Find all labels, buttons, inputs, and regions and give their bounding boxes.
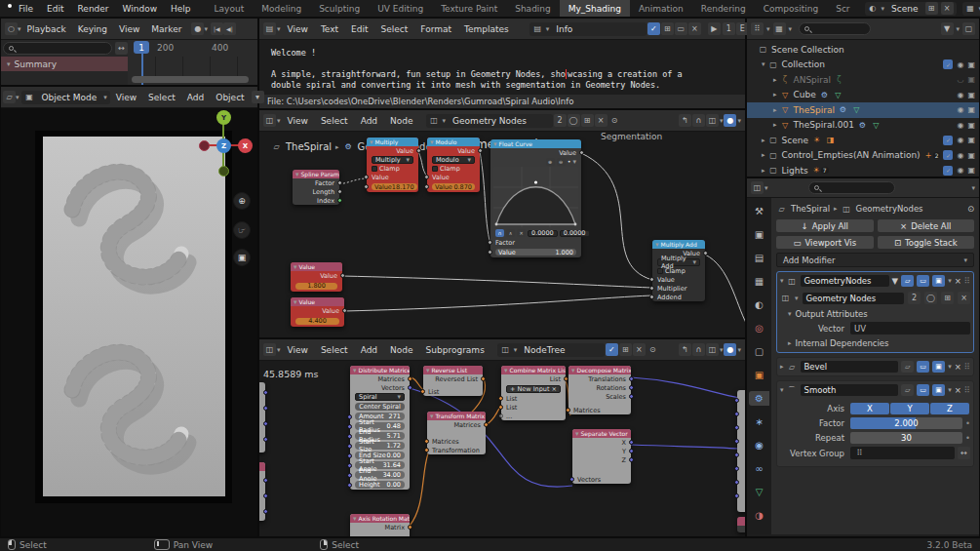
socket[interactable] [408,525,412,530]
node-partial-right-2[interactable] [737,517,745,532]
socket[interactable] [734,480,739,485]
operation-dropdown[interactable]: Multiply▾ [372,156,413,164]
add-modifier-dropdown[interactable]: Add Modifier▾ [776,253,974,267]
triangle-right-icon[interactable]: ▸ [762,137,765,144]
menu-select[interactable]: Select [375,22,414,36]
view-layer-selector[interactable]: ▦ ▾ View Layer ⊞ × [962,2,980,16]
curve-tool-icon[interactable]: ∩ [495,229,504,237]
render-visibility-icon[interactable]: ▣ [967,105,975,114]
socket[interactable] [420,389,425,394]
edit-mode-toggle[interactable]: ▱ [901,361,914,373]
node-tree-selector[interactable]: ◫ ▾ NodeTree [497,343,605,357]
render-visibility-icon[interactable]: ▣ [967,60,975,69]
node-decompose-matrix[interactable]: ▾Decompose Matrix Translations Rotations… [568,366,631,414]
axis-y-toggle[interactable]: Y [890,403,929,414]
outliner-row-scene-collection[interactable]: ▢ Scene Collection [747,42,979,58]
new-collection-icon[interactable]: ▢ [962,22,975,35]
axis-x-toggle[interactable]: X [850,403,889,414]
menu-view[interactable]: View [282,22,314,36]
zoom-tool-button[interactable]: ⊕ [233,192,251,210]
socket[interactable] [579,150,584,155]
drag-handle-icon[interactable]: ⠿ [964,276,970,286]
socket[interactable] [734,439,739,444]
render-toggle[interactable]: ▣ [932,361,945,373]
render-visibility-icon[interactable]: ▣ [967,121,975,130]
socket[interactable] [629,376,634,381]
triangle-right-icon[interactable]: ▸ [773,91,777,98]
mode-selector[interactable]: ▣ Object Mode ▾ [21,91,110,104]
collapse-icon[interactable]: ▾ [575,430,579,438]
clamp-checkbox[interactable] [657,268,663,274]
node-value-1[interactable]: ▾Value Value 1.800 [291,262,342,292]
tab-physics[interactable]: ◉ [749,438,769,453]
socket[interactable] [364,175,369,179]
new-tree-icon[interactable]: ⊞ [581,114,594,127]
collapse-icon[interactable]: ▸ [780,363,784,371]
tab-scene[interactable]: ◐ [749,297,769,312]
socket[interactable] [498,396,503,401]
delete-point-icon[interactable]: ✕ [517,229,526,237]
delete-modifier-icon[interactable]: × [955,276,961,286]
workspace-modeling[interactable]: Modeling [253,0,310,17]
node-separate-vector[interactable]: ▾Separate Vector X Y Z Vectors [572,429,631,484]
exclude-checkbox[interactable]: ✓ [943,136,953,145]
gizmo-axis-y[interactable]: Y [216,110,231,125]
socket[interactable] [734,453,739,457]
outliner-row-thespiral[interactable]: ▸ ▽ TheSpiral ⚙ ▽ ◉▣ [747,102,979,118]
modifier-name-field[interactable]: GeometryNodes [801,275,889,287]
menu-view[interactable]: View [282,114,314,128]
go-to-parent-tree-button[interactable]: ↰ [679,114,691,127]
tab-view-layer[interactable]: ▦ [749,274,769,289]
node-partial-left-2[interactable] [259,462,265,521]
node-modulo[interactable]: ▾Modulo Value Modulo▾ Clamp Value Value0… [427,138,480,192]
node-multiply[interactable]: ▾Multiply Value Multiply▾ Clamp Value Va… [367,138,418,192]
menu-playback[interactable]: Playback [21,22,72,36]
current-frame-indicator[interactable]: 1 [134,41,149,54]
socket[interactable] [629,394,634,399]
snapping-magnet-icon[interactable]: ∩ [692,343,705,356]
curve-widget[interactable] [493,167,578,227]
center-spiral-button[interactable]: Center Spiral [355,403,405,411]
new-tree-icon[interactable]: ⊞ [619,343,632,356]
hide-eye-icon[interactable]: ◉ [957,136,963,144]
socket[interactable] [649,277,654,282]
clamp-checkbox[interactable] [432,166,438,172]
delete-modifier-icon[interactable]: × [955,362,961,372]
socket[interactable] [347,463,352,468]
tab-world[interactable]: ◎ [749,321,769,335]
realtime-toggle[interactable]: ▭ [917,361,929,373]
extras-dropdown[interactable]: ▾ [948,277,952,285]
socket[interactable] [347,434,352,439]
socket[interactable] [263,493,268,498]
height-field[interactable]: Height0.00 [355,481,405,489]
menu-keying[interactable]: Keying [72,22,113,36]
unlink-icon[interactable]: × [595,114,608,127]
menu-edit[interactable]: Edit [345,22,373,36]
clamp-checkbox[interactable] [372,166,377,172]
menu-marker[interactable]: Marker [145,22,187,36]
handle-tool-icon[interactable]: ∧ [506,229,515,237]
fake-user-shield-icon[interactable]: ◯ [924,292,937,304]
hide-eye-icon[interactable]: ◉ [957,60,963,69]
socket[interactable] [629,457,634,462]
menu-subprograms[interactable]: Subprograms [420,343,490,357]
tab-output[interactable]: ▤ [749,251,769,265]
menu-window[interactable]: Window [116,2,165,16]
collapse-icon[interactable]: ▾ [780,277,784,285]
socket[interactable] [734,493,739,498]
overlays-toggle[interactable]: ◫ [706,343,719,356]
menu-view[interactable]: View [282,343,314,357]
socket[interactable] [342,308,347,313]
vertex-group-filter-icon[interactable]: ▼ [892,276,899,286]
outliner-row-scene[interactable]: ▸ ▢ Scene ☀ ◨ ✓◉▣ [747,133,979,148]
menu-edit[interactable]: Edit [40,2,70,16]
chevron-down-icon[interactable]: ▾ [971,184,975,192]
socket[interactable] [263,421,268,426]
socket[interactable] [347,444,352,449]
menu-add[interactable]: Add [355,114,383,128]
modifier-panel-smooth[interactable]: ▾ ⌒ Smooth ▱ ▭ ▣ ▾ × ⠿ Axis X Y Z [776,380,974,467]
menu-select[interactable]: Select [315,114,354,128]
workspace-truncated[interactable]: Scr [827,0,858,17]
viewport-vis-button[interactable]: ▭Viewport Vis [776,236,874,249]
gizmo-axis-z[interactable]: Z [216,138,231,153]
